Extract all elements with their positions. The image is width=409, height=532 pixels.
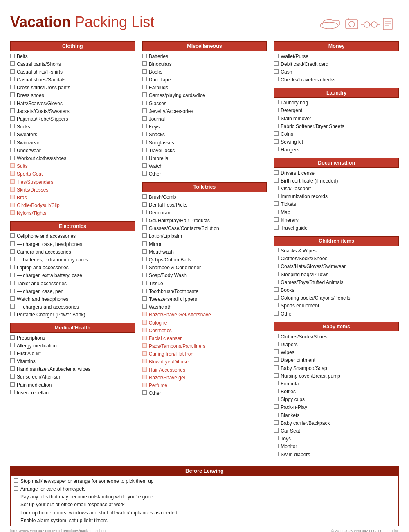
checkbox[interactable] [142, 367, 147, 372]
list-item[interactable]: Jewelry/Accessories [142, 107, 267, 115]
checkbox[interactable] [274, 295, 279, 300]
list-item[interactable]: Underwear [10, 147, 135, 154]
checkbox[interactable] [142, 148, 147, 152]
checkbox[interactable] [274, 124, 279, 128]
checkbox[interactable] [274, 365, 279, 370]
checkbox[interactable] [10, 61, 15, 66]
list-item[interactable]: Drivers License [274, 169, 399, 177]
checkbox[interactable] [274, 287, 279, 292]
list-item[interactable]: Sunglasses [142, 139, 267, 147]
checkbox[interactable] [274, 100, 279, 104]
list-item[interactable]: Pay any bills that may become outstandin… [14, 493, 395, 501]
checkbox[interactable] [274, 248, 279, 252]
checkbox[interactable] [142, 257, 147, 261]
list-item[interactable]: Binoculars [142, 60, 267, 68]
list-item[interactable]: Toothbrush/Toothpaste [142, 287, 267, 295]
checkbox[interactable] [142, 304, 147, 309]
list-item[interactable]: Lotion/Lip balm [142, 232, 267, 240]
list-item[interactable]: Cosmetics [142, 327, 267, 334]
list-item[interactable]: Nylons/Tights [10, 210, 135, 217]
list-item[interactable]: Prescriptions [10, 334, 135, 342]
list-item[interactable]: Arrange for care of home/pets [14, 485, 395, 493]
list-item[interactable]: Journal [142, 115, 267, 123]
list-item[interactable]: Keys [142, 123, 267, 131]
checkbox[interactable] [274, 381, 279, 385]
checkbox[interactable] [274, 131, 279, 136]
list-item[interactable]: Itinerary [274, 216, 399, 224]
checkbox[interactable] [10, 156, 15, 160]
list-item[interactable]: Curling Iron/Flat Iron [142, 350, 267, 358]
checkbox[interactable] [142, 296, 147, 301]
checkbox[interactable] [142, 92, 147, 97]
list-item[interactable]: — charger, case, pen [10, 287, 135, 295]
checkbox[interactable] [10, 179, 15, 184]
list-item[interactable]: Sports equipment [274, 302, 399, 310]
list-item[interactable]: — charger, case, headphones [10, 240, 135, 248]
checkbox[interactable] [274, 69, 279, 74]
checkbox[interactable] [274, 420, 279, 425]
list-item[interactable]: Birth certificate (if needed) [274, 177, 399, 185]
checkbox[interactable] [274, 256, 279, 260]
list-item[interactable]: Map [274, 208, 399, 216]
checkbox[interactable] [10, 233, 15, 238]
list-item[interactable]: Duct Tape [142, 76, 267, 84]
checkbox[interactable] [274, 311, 279, 316]
list-item[interactable]: Sports Coat [10, 170, 135, 178]
checkbox[interactable] [142, 351, 147, 356]
list-item[interactable]: Soap/Body Wash [142, 272, 267, 280]
checkbox[interactable] [142, 54, 147, 58]
list-item[interactable]: Portable Charger (Power Bank) [10, 311, 135, 319]
list-item[interactable]: Bottles [274, 388, 399, 396]
checkbox[interactable] [142, 390, 147, 395]
checkbox[interactable] [274, 194, 279, 198]
list-item[interactable]: Travel guide [274, 224, 399, 232]
list-item[interactable]: Laundry bag [274, 99, 399, 107]
checkbox[interactable] [10, 54, 15, 58]
checkbox[interactable] [274, 428, 279, 433]
list-item[interactable]: Tweezers/nail clippers [142, 295, 267, 303]
list-item[interactable]: Earplugs [142, 84, 267, 92]
list-item[interactable]: Pads/Tampons/Pantiliners [142, 343, 267, 350]
checkbox[interactable] [10, 241, 15, 246]
list-item[interactable]: Swim diapers [274, 451, 399, 458]
list-item[interactable]: Sweaters [10, 131, 135, 139]
checkbox[interactable] [142, 156, 147, 160]
checkbox[interactable] [142, 163, 147, 168]
list-item[interactable]: Cellphone and accessories [10, 232, 135, 240]
list-item[interactable]: Games/Toys/Stuffed Animals [274, 278, 399, 286]
list-item[interactable]: Sewing kit [274, 138, 399, 146]
list-item[interactable]: Enable alarm system, set up light timers [14, 516, 395, 524]
list-item[interactable]: Ties/Suspenders [10, 178, 135, 186]
checkbox[interactable] [10, 335, 15, 340]
list-item[interactable]: Games/playing cards/dice [142, 92, 267, 99]
list-item[interactable]: Books [142, 68, 267, 76]
checkbox[interactable] [10, 249, 15, 254]
checkbox[interactable] [10, 108, 15, 113]
checkbox[interactable] [274, 264, 279, 268]
list-item[interactable]: Car Seat [274, 427, 399, 435]
checkbox[interactable] [274, 280, 279, 284]
list-item[interactable]: Formula [274, 380, 399, 388]
list-item[interactable]: Stain remover [274, 115, 399, 122]
list-item[interactable]: Dress shoes [10, 92, 135, 99]
checkbox[interactable] [10, 132, 15, 136]
list-item[interactable]: Q-Tips/Cotton Balls [142, 256, 267, 264]
checkbox[interactable] [10, 343, 15, 347]
list-item[interactable]: Nursing cover/Breast pump [274, 372, 399, 380]
list-item[interactable]: Skirts/Dresses [10, 186, 135, 194]
list-item[interactable]: Monitor [274, 443, 399, 451]
checkbox[interactable] [10, 374, 15, 379]
checkbox[interactable] [14, 478, 18, 483]
list-item[interactable]: Bras [10, 194, 135, 201]
list-item[interactable]: Sunscreen/After-sun [10, 373, 135, 381]
list-item[interactable]: Umbrella [142, 154, 267, 162]
list-item[interactable]: Jackets/Coats/Sweaters [10, 107, 135, 115]
checkbox[interactable] [142, 359, 147, 363]
list-item[interactable]: Books [274, 286, 399, 294]
checkbox[interactable] [142, 265, 147, 269]
list-item[interactable]: Sippy cups [274, 396, 399, 404]
checkbox[interactable] [10, 289, 15, 293]
checkbox[interactable] [142, 85, 147, 89]
checkbox[interactable] [274, 397, 279, 401]
checkbox[interactable] [142, 249, 147, 254]
